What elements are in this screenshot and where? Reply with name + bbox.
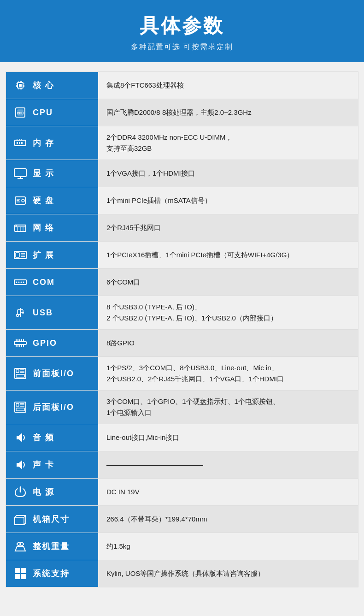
spec-label-text-front-panel: 前面板I/O [33, 368, 74, 379]
spec-row-os: 系统支持 Kylin, UOS等国产操作系统（具体版本请咨询客服） [6, 560, 358, 587]
spec-row-memory: 内 存 2个DDR4 3200MHz non-ECC U-DIMM，支持至高32… [6, 126, 358, 160]
spec-row-cpu: CPU CPU 国产飞腾D2000/8 8核处理器，主频2.0~2.3GHz [6, 99, 358, 126]
spec-value-chassis: 266.4（不带耳朵）*199.4*70mm [98, 506, 358, 533]
header: 具体参数 多种配置可选 可按需求定制 [0, 0, 364, 62]
spec-value-audio: Line-out接口,Mic-in接口 [98, 424, 358, 451]
page-subtitle: 多种配置可选 可按需求定制 [9, 42, 355, 52]
spec-value-weight: 约1.5kg [98, 533, 358, 560]
spec-label-sound-card: 声 卡 [6, 451, 98, 478]
svg-point-44 [16, 282, 18, 283]
spec-label-text-sound-card: 声 卡 [33, 459, 54, 470]
spec-value-os: Kylin, UOS等国产操作系统（具体版本请咨询客服） [98, 560, 358, 587]
spec-label-text-gpio: GPIO [33, 338, 57, 348]
spec-label-expand: 扩 展 [6, 242, 98, 268]
spec-label-text-usb: USB [33, 308, 53, 318]
spec-value-rear-panel: 3个COM口、1个GPIO、1个硬盘指示灯、1个电源按钮、1个电源输入口 [98, 391, 358, 424]
spec-value-com: 6个COM口 [98, 269, 358, 296]
svg-point-46 [21, 282, 22, 283]
spec-label-rear-panel: 后面板I/O [6, 391, 98, 424]
svg-rect-51 [14, 342, 26, 344]
spec-label-usb: USB [6, 296, 98, 329]
spec-label-weight: 整机重量 [6, 533, 98, 560]
spec-label-hdd: 硬 盘 [6, 187, 98, 214]
spec-value-display: 1个VGA接口，1个HDMI接口 [98, 160, 358, 187]
svg-rect-78 [15, 574, 20, 579]
spec-label-text-com: COM [33, 278, 55, 287]
power-icon [12, 483, 29, 501]
spec-label-text-core: 核 心 [33, 80, 54, 91]
spec-row-front-panel: 前面板I/O 1个PS/2、3个COM口、8个USB3.0、Line-out、M… [6, 357, 358, 391]
gpio-icon [12, 334, 29, 352]
memory-icon [12, 134, 29, 152]
chip-icon [12, 77, 29, 94]
network-icon [12, 219, 29, 237]
spec-row-rear-panel: 后面板I/O 3个COM口、1个GPIO、1个硬盘指示灯、1个电源按钮、1个电源… [6, 391, 358, 424]
svg-rect-18 [17, 142, 18, 144]
expand-icon [12, 246, 29, 264]
cpu-icon: CPU [12, 104, 29, 121]
svg-rect-77 [21, 568, 26, 573]
svg-point-48 [19, 314, 21, 315]
svg-rect-49 [22, 312, 24, 314]
spec-value-expand: 1个PCIeX16插槽、1个mini PCIe插槽（可支持WIFI+4G/3G） [98, 242, 358, 268]
spec-row-gpio: GPIO 8路GPIO [6, 330, 358, 357]
chassis-icon [12, 510, 29, 528]
spec-value-network: 2个RJ45千兆网口 [98, 214, 358, 241]
spec-value-sound-card: —————————————— [98, 451, 358, 478]
spec-label-chassis: 机箱尺寸 [6, 506, 98, 533]
spec-label-text-weight: 整机重量 [33, 541, 70, 552]
svg-point-28 [22, 199, 24, 202]
spec-label-gpio: GPIO [6, 330, 98, 356]
spec-value-gpio: 8路GPIO [98, 330, 358, 356]
svg-point-45 [18, 282, 20, 283]
spec-label-com: COM [6, 269, 98, 296]
svg-rect-24 [14, 169, 26, 177]
spec-row-com: COM 6个COM口 [6, 269, 358, 296]
spec-label-text-network: 网 络 [33, 222, 54, 233]
svg-rect-19 [19, 142, 20, 144]
spec-label-text-audio: 音 频 [33, 432, 54, 443]
svg-point-47 [23, 282, 24, 283]
spec-row-power: 电 源 DC IN 19V [6, 479, 358, 506]
spec-label-memory: 内 存 [6, 126, 98, 160]
spec-row-usb: USB 8 个USB3.0 (TYPE-A, 后 IO)、2 个USB2.0 (… [6, 296, 358, 330]
front-panel-icon [12, 365, 29, 382]
spec-row-core: 核 心 集成8个FTC663处理器核 [6, 72, 358, 99]
spec-row-chassis: 机箱尺寸 266.4（不带耳朵）*199.4*70mm [6, 506, 358, 533]
spec-label-text-rear-panel: 后面板I/O [33, 402, 74, 413]
rear-panel-icon [12, 398, 29, 416]
svg-rect-64 [16, 374, 24, 377]
spec-value-power: DC IN 19V [98, 479, 358, 505]
spec-value-front-panel: 1个PS/2、3个COM口、8个USB3.0、Line-out、Mic in、2… [98, 357, 358, 390]
svg-point-75 [19, 543, 21, 545]
svg-rect-20 [21, 142, 23, 144]
spec-label-text-memory: 内 存 [33, 137, 54, 148]
svg-rect-70 [16, 408, 24, 411]
spec-label-text-expand: 扩 展 [33, 249, 54, 261]
spec-value-usb: 8 个USB3.0 (TYPE-A, 后 IO)、2 个USB2.0 (TYPE… [98, 296, 358, 329]
spec-value-core: 集成8个FTC663处理器核 [98, 72, 358, 99]
spec-row-network: 网 络 2个RJ45千兆网口 [6, 214, 358, 242]
os-icon [12, 565, 29, 582]
spec-value-hdd: 1个mini PCIe插槽（mSATA信号） [98, 187, 358, 214]
spec-value-cpu: 国产飞腾D2000/8 8核处理器，主频2.0~2.3GHz [98, 99, 358, 126]
spec-label-text-display: 显 示 [33, 168, 54, 179]
spec-row-weight: 整机重量 约1.5kg [6, 533, 358, 560]
spec-label-text-hdd: 硬 盘 [33, 195, 54, 206]
spec-label-os: 系统支持 [6, 560, 98, 587]
spec-label-text-cpu: CPU [33, 108, 53, 118]
spec-label-audio: 音 频 [6, 424, 98, 451]
page-title: 具体参数 [9, 13, 355, 39]
spec-row-display: 显 示 1个VGA接口，1个HDMI接口 [6, 160, 358, 187]
usb-icon [12, 304, 29, 321]
spec-label-display: 显 示 [6, 160, 98, 187]
spec-label-cpu: CPU CPU [6, 99, 98, 126]
display-icon [12, 165, 29, 182]
soundcard-icon [12, 456, 29, 474]
spec-label-network: 网 络 [6, 214, 98, 241]
spec-label-text-chassis: 机箱尺寸 [33, 514, 70, 525]
spec-row-sound-card: 声 卡 —————————————— [6, 451, 358, 479]
svg-rect-69 [16, 403, 19, 406]
spec-label-core: 核 心 [6, 72, 98, 99]
spec-row-audio: 音 频 Line-out接口,Mic-in接口 [6, 424, 358, 451]
